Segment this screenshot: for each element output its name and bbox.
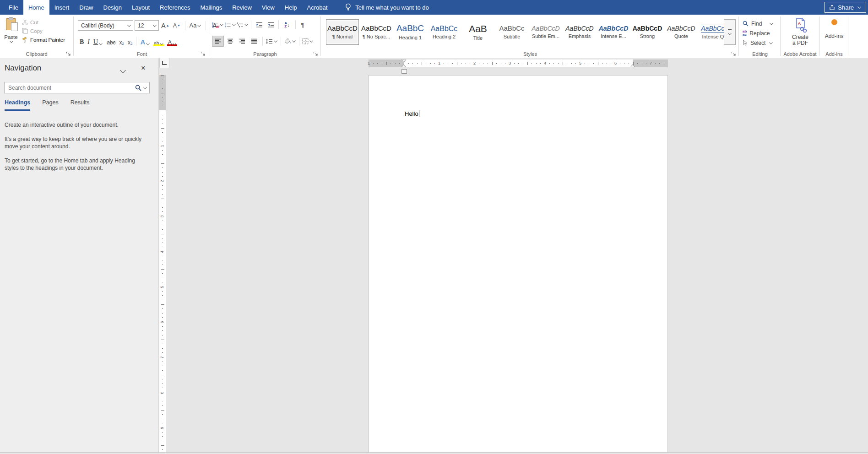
ruler-tick (633, 62, 634, 65)
ruler-tick (391, 63, 391, 64)
navigation-tab[interactable]: Pages (42, 99, 58, 111)
decrease-indent-button[interactable] (254, 22, 265, 28)
style-item[interactable]: AaBbCcD Emphasis (563, 19, 596, 45)
copy-button[interactable]: Copy (22, 27, 65, 35)
document-page[interactable]: Hello (369, 75, 668, 453)
style-item[interactable]: AaBbCcD ¶ Normal (326, 19, 359, 45)
shrink-font-button[interactable]: A▼ (172, 22, 182, 29)
ribbon-tab[interactable]: References (155, 0, 195, 15)
style-item[interactable]: AaBbCcD Subtle Em... (529, 19, 562, 45)
font-color-button[interactable]: A (166, 36, 179, 47)
ruler-tick (161, 410, 164, 411)
text-effects-button[interactable]: A (138, 36, 152, 47)
tell-me-box[interactable]: Tell me what you want to do (345, 0, 429, 15)
styles-more-button[interactable] (724, 19, 736, 45)
vertical-ruler[interactable]: 1123456789 (159, 75, 166, 453)
ribbon-tab[interactable]: Review (227, 0, 257, 15)
replace-button[interactable]: abac Replace (743, 29, 774, 38)
search-icon (743, 21, 749, 27)
style-item[interactable]: AaBbC Heading 1 (394, 19, 427, 45)
style-item[interactable]: AaBbCc Heading 2 (428, 19, 461, 45)
highlight-color-button[interactable]: ab (152, 36, 166, 47)
ribbon-tab[interactable]: File (4, 0, 23, 15)
ribbon-tab[interactable]: View (257, 0, 280, 15)
style-sample: AaBbCc (499, 25, 524, 32)
style-item[interactable]: AaBbCcD Intense E... (597, 19, 630, 45)
share-button[interactable]: Share (825, 2, 866, 13)
increase-indent-button[interactable] (265, 22, 276, 28)
strikethrough-button[interactable]: abc (105, 36, 117, 47)
first-line-indent-marker[interactable] (401, 59, 407, 63)
ribbon-tab[interactable]: Insert (49, 0, 75, 15)
chevron-down-icon[interactable] (143, 86, 147, 89)
show-hide-marks-button[interactable]: ¶ (298, 22, 307, 28)
ribbon-tab[interactable]: Acrobat (302, 0, 333, 15)
paste-label: Paste (4, 34, 17, 40)
ribbon-tab[interactable]: Layout (127, 0, 155, 15)
shading-button[interactable] (284, 38, 296, 44)
paragraph-dialog-launcher[interactable] (313, 51, 318, 56)
style-item[interactable]: AaBbCcD ¶ No Spac... (360, 19, 393, 45)
hanging-indent-marker[interactable] (401, 64, 407, 67)
line-spacing-button[interactable] (266, 38, 278, 44)
font-size-combobox[interactable]: 12 (135, 20, 159, 31)
ruler-tick (162, 207, 163, 208)
word-window: File Home Insert Draw Design Layout Refe… (0, 0, 868, 454)
addins-button[interactable]: Add-ins (822, 19, 846, 39)
style-name: Intense E... (601, 33, 626, 39)
ruler-tick (162, 119, 163, 119)
ribbon-tab[interactable]: Home (23, 0, 49, 15)
select-button[interactable]: Select (743, 38, 774, 47)
style-name: Quote (674, 33, 688, 39)
multilevel-list-button[interactable] (237, 22, 249, 28)
document-text[interactable]: Hello (405, 110, 419, 117)
ruler-tick (162, 388, 163, 388)
style-item[interactable]: AaBbCcD Strong (631, 19, 664, 45)
navigation-tab[interactable]: Results (71, 99, 90, 111)
group-divider (819, 16, 820, 56)
change-case-button[interactable]: Aa (189, 22, 202, 29)
ribbon-tab[interactable]: Help (280, 0, 302, 15)
bullet-list-button[interactable] (212, 22, 224, 28)
search-icon[interactable] (135, 85, 141, 91)
ruler-tick (161, 234, 164, 234)
grow-font-button[interactable]: A▲ (160, 22, 170, 29)
navigation-tab[interactable]: Headings (5, 99, 30, 111)
style-item[interactable]: AaB Title (461, 19, 494, 45)
borders-button[interactable] (302, 38, 314, 44)
cut-button[interactable]: Cut (22, 18, 65, 27)
tab-selector[interactable] (159, 58, 169, 68)
underline-button[interactable]: U (92, 36, 105, 47)
create-pdf-button[interactable]: A Create a PDF (788, 18, 813, 46)
styles-dialog-launcher[interactable] (731, 51, 736, 56)
sort-button[interactable]: AZ↓ (281, 22, 293, 28)
font-dialog-launcher[interactable] (201, 51, 206, 56)
navigation-pane-title: Navigation (5, 64, 41, 73)
find-button[interactable]: Find (743, 19, 774, 28)
format-painter-button[interactable]: Format Painter (22, 35, 65, 44)
search-input[interactable] (5, 84, 135, 92)
horizontal-ruler[interactable]: 11234567 (369, 59, 668, 67)
bold-button[interactable]: B (78, 36, 86, 47)
style-item[interactable]: AaBbCcD Quote (665, 19, 698, 45)
left-indent-marker[interactable] (401, 69, 407, 74)
close-icon[interactable]: × (141, 64, 146, 73)
style-item[interactable]: AaBbCc Subtitle (495, 19, 528, 45)
paste-button[interactable]: Paste (2, 16, 20, 49)
numbered-list-button[interactable] (224, 22, 236, 28)
ribbon-tab[interactable]: Design (98, 0, 127, 15)
ruler-tick (523, 63, 523, 64)
ribbon-tab[interactable]: Draw (74, 0, 98, 15)
group-divider (738, 16, 739, 56)
align-right-button[interactable] (237, 36, 248, 46)
align-left-button[interactable] (212, 36, 224, 47)
ribbon-tab[interactable]: Mailings (195, 0, 228, 15)
italic-button[interactable]: I (86, 36, 92, 47)
clipboard-dialog-launcher[interactable] (66, 51, 71, 56)
align-center-button[interactable] (225, 36, 236, 46)
font-name-combobox[interactable]: Calibri (Body) (78, 20, 133, 31)
superscript-button[interactable]: x2 (126, 36, 134, 47)
chevron-down-icon[interactable] (120, 67, 126, 73)
subscript-button[interactable]: x2 (118, 36, 126, 47)
justify-button[interactable] (249, 36, 260, 46)
